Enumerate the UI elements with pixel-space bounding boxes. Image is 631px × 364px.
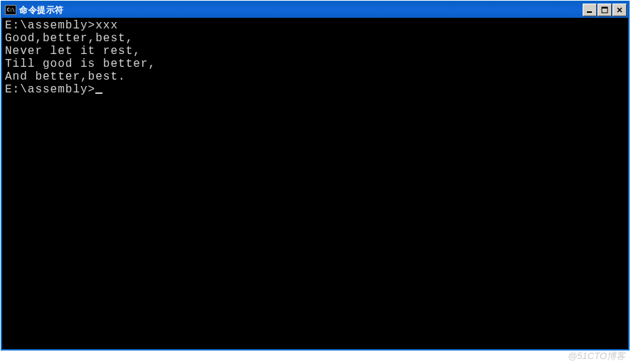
minimize-button[interactable] — [583, 4, 597, 16]
close-icon — [616, 6, 623, 14]
window-title: 命令提示符 — [19, 4, 64, 16]
svg-rect-2 — [602, 7, 608, 9]
terminal-line: Good,better,best, — [5, 32, 625, 45]
terminal-line: E:\assembly>xxx — [5, 19, 625, 32]
app-icon-text: C:\ — [6, 7, 14, 13]
prompt-text: E:\assembly> — [5, 83, 95, 96]
app-icon: C:\ — [5, 5, 16, 15]
close-button[interactable] — [613, 4, 627, 16]
watermark: @51CTO博客 — [568, 350, 625, 363]
svg-rect-0 — [587, 11, 592, 13]
minimize-icon — [586, 6, 593, 14]
window-controls — [583, 4, 627, 16]
terminal-line: Never let it rest, — [5, 45, 625, 58]
maximize-icon — [601, 6, 608, 14]
terminal-prompt-line: E:\assembly> — [5, 83, 102, 96]
terminal-line: And better,best. — [5, 70, 625, 83]
title-left: C:\ 命令提示符 — [4, 4, 64, 16]
title-bar[interactable]: C:\ 命令提示符 — [2, 2, 628, 18]
terminal-output[interactable]: E:\assembly>xxxGood,better,best,Never le… — [2, 18, 628, 349]
cursor — [95, 92, 102, 94]
terminal-line: Till good is better, — [5, 58, 625, 70]
command-prompt-window: C:\ 命令提示符 E:\assembly>xxxGood,better,bes… — [1, 1, 630, 350]
maximize-button[interactable] — [598, 4, 612, 16]
